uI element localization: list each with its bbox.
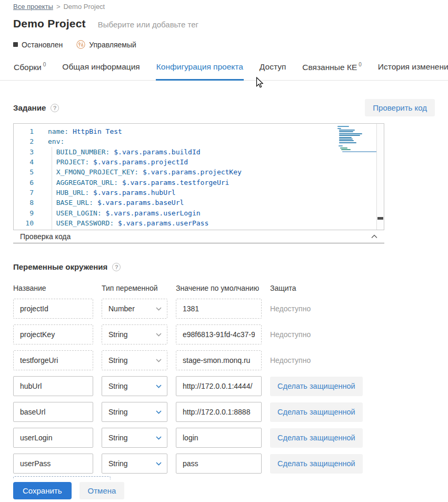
scrollbar-thumb[interactable] xyxy=(377,217,383,220)
code-check-panel[interactable]: Проверка кода xyxy=(13,230,384,243)
tab-count-badge: 0 xyxy=(43,62,46,67)
env-var-name-input[interactable] xyxy=(13,454,93,474)
col-header-type: Тип переменной xyxy=(102,284,176,292)
indent-guide xyxy=(52,147,52,230)
status-badge-stopped: Остановлен xyxy=(13,41,63,49)
env-var-type-select[interactable]: String xyxy=(102,350,167,370)
status-label: Остановлен xyxy=(22,41,63,49)
code-line: 1name: HttpBin Test xyxy=(14,126,384,136)
env-var-name-input[interactable] xyxy=(13,324,93,344)
env-var-type-value: String xyxy=(108,434,128,442)
breadcrumb: Все проекты>Demo Project xyxy=(0,3,448,11)
env-var-row: StringСделать защищенной xyxy=(13,454,435,474)
editor-scrollbar[interactable] xyxy=(376,124,384,230)
env-var-type-value: String xyxy=(108,408,128,416)
code-editor[interactable]: 1name: HttpBin Test2env:3 BUILD_NUMBER: … xyxy=(13,123,384,230)
breadcrumb-current: Demo Project xyxy=(63,3,105,11)
chevron-down-icon xyxy=(156,359,162,362)
col-header-name: Название xyxy=(13,284,102,292)
managed-badge: Управляемый xyxy=(76,40,136,49)
tab-general-info[interactable]: Общая информация xyxy=(62,60,140,80)
code-line: 6 AGGREGATOR_URL: $.vars.params.testforg… xyxy=(14,178,384,188)
managed-sliders-icon xyxy=(76,40,85,49)
env-var-value-input[interactable] xyxy=(176,376,262,396)
tag-select-placeholder[interactable]: Выберите или добавьте тег xyxy=(98,20,198,29)
env-table-rows: NumberНедоступноStringНедоступноStringНе… xyxy=(0,299,448,474)
env-var-type-value: String xyxy=(108,356,128,365)
protection-unavailable-label: Недоступно xyxy=(270,330,311,339)
managed-label: Управляемый xyxy=(89,41,136,49)
col-header-protection: Защита xyxy=(270,284,296,292)
env-var-type-select[interactable]: String xyxy=(102,454,167,474)
env-var-type-select[interactable]: String xyxy=(102,428,167,448)
code-line: 8 BASE_URL: $.vars.params.baseUrl xyxy=(14,198,384,208)
tab-related-ci[interactable]: Связанные КЕ0 xyxy=(302,60,362,80)
stopped-square-icon xyxy=(13,42,18,47)
make-protected-button[interactable]: Сделать защищенной xyxy=(270,428,363,448)
chevron-down-icon xyxy=(156,307,162,311)
env-var-type-select[interactable]: Number xyxy=(102,299,167,319)
env-var-value-input[interactable] xyxy=(176,299,262,319)
chevron-down-icon xyxy=(156,385,162,388)
env-var-name-input[interactable] xyxy=(13,428,93,448)
env-var-row: StringНедоступно xyxy=(13,324,435,344)
code-line: 4 PROJECT: $.vars.params.projectId xyxy=(14,157,384,167)
env-var-value-input[interactable] xyxy=(176,324,262,344)
save-button[interactable]: Сохранить xyxy=(13,482,72,499)
env-var-name-input[interactable] xyxy=(13,350,93,370)
make-protected-button[interactable]: Сделать защищенной xyxy=(270,402,363,422)
code-line: 3 BUILD_NUMBER: $.vars.params.buildId xyxy=(14,147,384,157)
chevron-down-icon xyxy=(156,462,162,466)
tab-count-badge: 0 xyxy=(359,62,362,67)
env-var-value-input[interactable] xyxy=(176,350,262,370)
protection-unavailable-label: Недоступно xyxy=(270,356,311,365)
env-var-value-input[interactable] xyxy=(176,454,262,474)
tab-bar: Сборки0Общая информацияКонфигурация прое… xyxy=(0,60,448,81)
chevron-down-icon xyxy=(156,436,162,440)
env-var-type-select[interactable]: String xyxy=(102,402,167,422)
code-line: 5 X_FMONQ_PROJECT_KEY: $.vars.params.pro… xyxy=(14,167,384,177)
env-var-type-value: String xyxy=(108,459,128,468)
env-var-name-input[interactable] xyxy=(13,376,93,396)
col-header-default-value: Значение по умолчанию xyxy=(176,284,270,292)
env-var-row: StringСделать защищенной xyxy=(13,376,435,396)
env-table-header: Название Тип переменной Значение по умол… xyxy=(0,284,448,292)
env-var-row: StringСделать защищенной xyxy=(13,402,435,422)
env-var-name-input[interactable] xyxy=(13,402,93,422)
env-var-type-select[interactable]: String xyxy=(102,324,167,344)
check-code-button[interactable]: Проверить код xyxy=(365,99,435,116)
chevron-down-icon xyxy=(156,333,162,337)
tab-change-history[interactable]: История изменений xyxy=(377,60,448,80)
protection-unavailable-label: Недоступно xyxy=(270,304,311,313)
tab-access[interactable]: Доступ xyxy=(259,60,286,80)
code-line: 2env: xyxy=(14,136,384,146)
tab-project-config[interactable]: Конфигурация проекта xyxy=(156,60,244,80)
footer-actions: Сохранить Отмена xyxy=(0,479,448,502)
code-line: 7 HUB_URL: $.vars.params.hubUrl xyxy=(14,188,384,198)
env-var-value-input[interactable] xyxy=(176,402,262,422)
make-protected-button[interactable]: Сделать защищенной xyxy=(270,454,363,474)
chevron-up-icon[interactable] xyxy=(371,234,377,239)
editor-minimap[interactable] xyxy=(337,126,379,153)
make-protected-button[interactable]: Сделать защищенной xyxy=(270,377,363,396)
task-section-label: Задание xyxy=(13,103,46,112)
env-var-type-select[interactable]: String xyxy=(102,376,167,396)
env-var-type-value: Number xyxy=(108,304,135,313)
task-help-icon[interactable]: ? xyxy=(51,104,59,112)
code-line: 11 xyxy=(14,228,384,230)
code-line: 9 USER_LOGIN: $.vars.params.userLogin xyxy=(14,208,384,218)
chevron-down-icon xyxy=(156,410,162,414)
env-vars-section-label: Переменные окружения xyxy=(13,262,107,271)
env-var-row: StringНедоступно xyxy=(13,350,435,370)
cancel-button[interactable]: Отмена xyxy=(79,482,125,499)
breadcrumb-link-all-projects[interactable]: Все проекты xyxy=(13,3,53,11)
env-var-type-value: String xyxy=(108,382,128,390)
env-vars-help-icon[interactable]: ? xyxy=(112,263,121,271)
page-title: Demo Project xyxy=(13,17,86,30)
code-check-panel-label: Проверка кода xyxy=(20,232,71,241)
env-var-name-input[interactable] xyxy=(13,299,93,319)
env-var-value-input[interactable] xyxy=(176,428,262,448)
tab-builds[interactable]: Сборки0 xyxy=(13,60,46,80)
env-var-type-value: String xyxy=(108,330,128,339)
code-line: 10 USER_PASSWORD: $.vars.params.userPass xyxy=(14,218,384,228)
